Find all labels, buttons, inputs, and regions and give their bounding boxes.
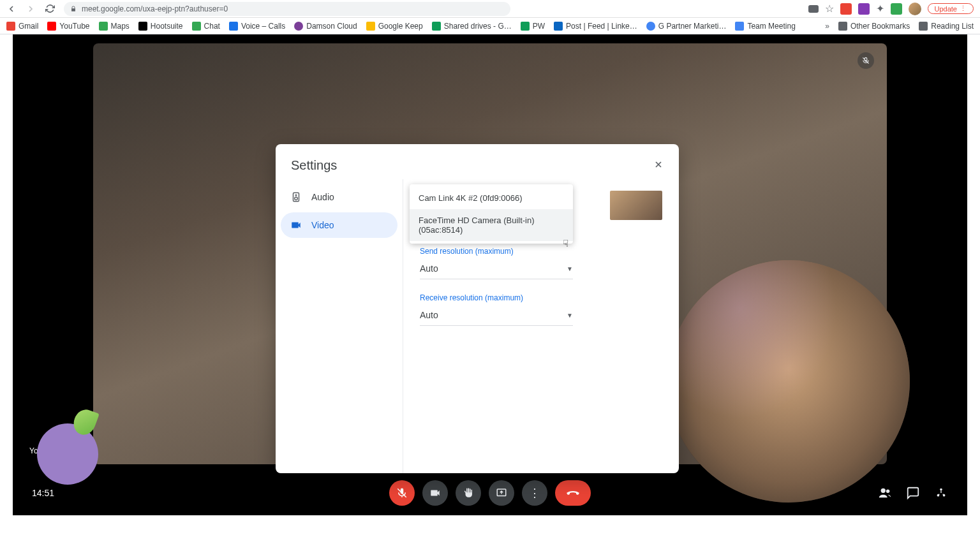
tab-video-label: Video xyxy=(311,220,334,230)
settings-sidebar: Audio Video xyxy=(276,179,403,473)
more-options-button[interactable]: ⋮ xyxy=(522,480,547,506)
url-text: meet.google.com/uxa-eejp-ptn?authuser=0 xyxy=(82,4,228,13)
update-button[interactable]: Update ⋮ xyxy=(928,3,974,14)
receive-resolution-value: Auto xyxy=(420,310,438,320)
svg-point-8 xyxy=(295,197,298,200)
reading-list[interactable]: Reading List xyxy=(919,22,974,31)
clock-label: 14:51 xyxy=(32,488,54,498)
chat-button[interactable] xyxy=(906,486,920,500)
svg-point-9 xyxy=(295,195,297,196)
bookmark-keep[interactable]: Google Keep xyxy=(366,22,423,31)
ext-icon-2[interactable] xyxy=(858,3,870,15)
star-icon[interactable]: ☆ xyxy=(825,3,834,15)
camera-option-1[interactable]: FaceTime HD Camera (Built-in) (05ac:8514… xyxy=(410,209,573,241)
browser-toolbar: meet.google.com/uxa-eejp-ptn?authuser=0 … xyxy=(0,0,980,18)
camera-toggle-button[interactable] xyxy=(422,480,448,506)
meet-app: You 14:51 ⋮ xyxy=(13,34,967,515)
camera-option-0[interactable]: Cam Link 4K #2 (0fd9:0066) xyxy=(410,187,573,209)
people-button[interactable] xyxy=(878,486,892,500)
participant-mic-muted-icon xyxy=(858,52,874,69)
chevron-down-icon: ▼ xyxy=(567,312,573,319)
bookmark-hootsuite[interactable]: Hootsuite xyxy=(138,22,183,31)
close-button[interactable] xyxy=(650,156,667,173)
tab-audio[interactable]: Audio xyxy=(281,184,397,210)
menu-dots-icon: ⋮ xyxy=(960,4,967,13)
camera-preview-thumbnail xyxy=(610,191,662,220)
svg-point-3 xyxy=(886,490,890,494)
send-resolution-select[interactable]: Auto ▼ xyxy=(420,260,573,279)
lock-icon xyxy=(70,5,77,13)
settings-content: Cam Link 4K #2 (0fd9:0066) FaceTime HD C… xyxy=(403,179,679,473)
bookmark-linkedin[interactable]: Post | Feed | Linke… xyxy=(554,22,637,31)
close-icon xyxy=(653,159,664,170)
raise-hand-button[interactable] xyxy=(456,480,481,506)
bookmark-damson[interactable]: Damson Cloud xyxy=(294,22,357,31)
bookmark-shared[interactable]: Shared drives - G… xyxy=(432,22,512,31)
bookmark-voice[interactable]: Voice – Calls xyxy=(229,22,285,31)
bookmark-youtube[interactable]: YouTube xyxy=(47,22,89,31)
chevron-down-icon: ▼ xyxy=(567,265,573,272)
ext-icon-1[interactable] xyxy=(840,3,852,15)
receive-resolution-select[interactable]: Auto ▼ xyxy=(420,306,573,326)
receive-resolution-label: Receive resolution (maximum) xyxy=(420,293,662,302)
speaker-icon xyxy=(290,191,302,203)
settings-dialog: Settings Audio Video xyxy=(276,144,679,473)
video-icon xyxy=(290,219,302,231)
back-button[interactable] xyxy=(6,4,17,14)
mic-toggle-button[interactable] xyxy=(389,480,415,506)
forward-button[interactable] xyxy=(26,4,36,14)
bookmark-team[interactable]: Team Meeting xyxy=(735,22,795,31)
meet-bottom-bar: 14:51 ⋮ xyxy=(13,471,967,515)
bookmarks-overflow[interactable]: » xyxy=(825,22,829,31)
address-bar[interactable]: meet.google.com/uxa-eejp-ptn?authuser=0 xyxy=(64,2,510,16)
profile-avatar[interactable] xyxy=(909,3,921,15)
update-label: Update xyxy=(935,5,957,13)
tab-audio-label: Audio xyxy=(311,192,334,202)
tab-video[interactable]: Video xyxy=(281,212,397,238)
svg-point-4 xyxy=(940,489,942,491)
present-button[interactable] xyxy=(489,480,514,506)
bookmark-gmail[interactable]: Gmail xyxy=(6,22,38,31)
bookmark-gpartner[interactable]: G Partner Marketi… xyxy=(646,22,727,31)
camera-dropdown-menu: Cam Link 4K #2 (0fd9:0066) FaceTime HD C… xyxy=(410,184,573,244)
other-bookmarks[interactable]: Other Bookmarks xyxy=(838,22,910,31)
bookmark-pw[interactable]: PW xyxy=(521,22,545,31)
bookmarks-bar: Gmail YouTube Maps Hootsuite Chat Voice … xyxy=(0,18,980,34)
extensions-icon[interactable]: ✦ xyxy=(876,3,884,15)
bookmark-chat[interactable]: Chat xyxy=(192,22,220,31)
cast-icon[interactable] xyxy=(808,5,819,13)
ext-icon-3[interactable] xyxy=(891,3,902,15)
activities-button[interactable] xyxy=(934,486,948,500)
presenter-webcam-overlay xyxy=(667,260,910,503)
cursor-icon: ☟ xyxy=(563,238,568,249)
send-resolution-label: Send resolution (maximum) xyxy=(420,247,662,256)
send-resolution-value: Auto xyxy=(420,263,438,274)
reload-button[interactable] xyxy=(45,4,55,14)
svg-point-2 xyxy=(881,489,886,493)
bookmark-maps[interactable]: Maps xyxy=(99,22,130,31)
hangup-button[interactable] xyxy=(555,480,591,506)
settings-title: Settings xyxy=(291,158,337,173)
